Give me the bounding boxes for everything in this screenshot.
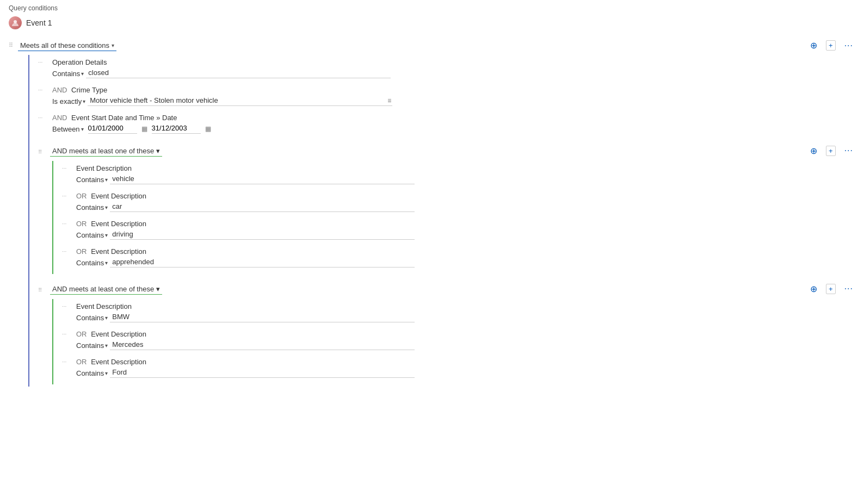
- add-group-btn[interactable]: +: [826, 40, 836, 51]
- value-text[interactable]: apprehended: [112, 258, 414, 266]
- operator-select[interactable]: Is exactly ▾: [52, 97, 85, 105]
- operator-select[interactable]: Contains ▾: [76, 369, 108, 377]
- condition-body: OR Event Description Contains ▾ Mercedes: [76, 330, 864, 353]
- value-container: Motor vehicle theft - Stolen motor vehic…: [88, 96, 392, 106]
- chevron-down-icon: ▾: [156, 147, 160, 155]
- field-label: Event Description: [76, 302, 864, 310]
- value-container: driving: [110, 230, 415, 240]
- field-label: OR Event Description: [76, 358, 864, 366]
- operator-select[interactable]: Contains ▾: [52, 70, 84, 78]
- condition-body: OR Event Description Contains ▾ car: [76, 192, 864, 215]
- value-text[interactable]: Ford: [112, 368, 414, 376]
- date-from-input[interactable]: [88, 124, 137, 134]
- nested-group-1: ⠿ AND meets at least one of these ▾ ⊕ + …: [38, 141, 864, 274]
- value-text[interactable]: car: [112, 202, 414, 210]
- nested-group-header: ⠿ AND meets at least one of these ▾ ⊕ + …: [38, 141, 864, 160]
- nested-group-header: ⠿ AND meets at least one of these ▾ ⊕ + …: [38, 279, 864, 298]
- chevron-down-icon: ▾: [105, 204, 108, 210]
- chevron-down-icon: ▾: [81, 126, 84, 132]
- nested2-more-btn[interactable]: ···: [842, 283, 855, 295]
- operator-select[interactable]: Contains ▾: [76, 231, 108, 239]
- operator-select[interactable]: Contains ▾: [76, 314, 108, 322]
- item-drag-handle[interactable]: ···: [62, 330, 72, 337]
- event-header: Event 1: [0, 14, 864, 34]
- top-drag-handle[interactable]: ⠿: [9, 42, 14, 49]
- calendar-to-icon[interactable]: ▦: [205, 125, 211, 133]
- date-to-input[interactable]: [152, 124, 201, 134]
- condition-body: Operation Details Contains ▾ closed: [52, 58, 864, 82]
- value-text[interactable]: vehicle: [112, 175, 414, 183]
- nested-add-group-btn[interactable]: +: [826, 146, 836, 156]
- field-row: Contains ▾ Mercedes: [76, 340, 864, 350]
- field-label: Event Description: [76, 164, 864, 172]
- value-container: Ford: [110, 368, 415, 378]
- item-drag-handle[interactable]: ···: [38, 86, 48, 93]
- operator-select[interactable]: Contains ▾: [76, 341, 108, 350]
- calendar-icon[interactable]: ▦: [141, 125, 147, 133]
- operator-select[interactable]: Between ▾: [52, 125, 84, 133]
- item-drag-handle[interactable]: ···: [38, 58, 48, 65]
- condition-item: ··· AND Crime Type Is exactly ▾ Motor ve…: [38, 83, 864, 110]
- field-row: Is exactly ▾ Motor vehicle theft - Stole…: [52, 96, 864, 106]
- value-container: vehicle: [110, 175, 415, 184]
- top-actions: ⊕ + ···: [808, 39, 855, 52]
- nested-more-btn[interactable]: ···: [842, 145, 855, 157]
- operator-select[interactable]: Contains ▾: [76, 176, 108, 184]
- prefix-text: OR: [76, 220, 87, 228]
- field-name: Event Description: [91, 220, 146, 228]
- chevron-down-icon: ▾: [105, 315, 108, 321]
- field-row: Contains ▾ car: [76, 202, 864, 212]
- prefix-text: AND: [52, 114, 67, 122]
- item-drag-handle[interactable]: ···: [62, 358, 72, 365]
- condition-item: ··· AND Event Start Date and Time » Date…: [38, 110, 864, 138]
- value-text[interactable]: closed: [88, 69, 390, 77]
- nested-add-condition-btn[interactable]: ⊕: [808, 145, 819, 157]
- top-condition-row: ⠿ Meets all of these conditions ▾ ⊕ + ··…: [0, 36, 864, 55]
- condition-body: AND Event Start Date and Time » Date Bet…: [52, 114, 864, 137]
- condition-body: AND Crime Type Is exactly ▾ Motor vehicl…: [52, 86, 864, 109]
- value-container: car: [110, 202, 415, 212]
- value-container: Mercedes: [110, 340, 415, 350]
- field-name: Event Description: [91, 330, 146, 338]
- nested-group2-label: AND meets at least one of these: [52, 285, 154, 293]
- operator-label: Between: [52, 125, 80, 133]
- operator-label: Contains: [52, 70, 80, 78]
- field-row: Contains ▾ closed: [52, 69, 864, 78]
- list-icon: ≡: [387, 97, 391, 104]
- value-container: apprehended: [110, 258, 415, 267]
- chevron-down-icon: ▾: [105, 260, 108, 266]
- operator-label: Contains: [76, 176, 104, 184]
- nested-actions2: ⊕ + ···: [808, 283, 864, 295]
- nested2-add-group-btn[interactable]: +: [826, 284, 836, 294]
- add-condition-btn[interactable]: ⊕: [808, 39, 819, 52]
- item-drag-handle[interactable]: ···: [62, 220, 72, 227]
- more-options-btn[interactable]: ···: [842, 40, 855, 52]
- operator-select[interactable]: Contains ▾: [76, 203, 108, 211]
- query-container: ⠿ Meets all of these conditions ▾ ⊕ + ··…: [0, 34, 864, 387]
- condition-body: OR Event Description Contains ▾ driving: [76, 220, 864, 243]
- group-drag-handle[interactable]: ⠿: [38, 286, 47, 293]
- value-text[interactable]: Motor vehicle theft - Stolen motor vehic…: [90, 96, 385, 104]
- group-drag-handle[interactable]: ⠿: [38, 148, 47, 155]
- condition-item: ··· OR Event Description Contains ▾: [62, 216, 864, 244]
- operator-label: Contains: [76, 259, 104, 267]
- item-drag-handle[interactable]: ···: [62, 247, 72, 254]
- meets-all-conditions-btn[interactable]: Meets all of these conditions ▾: [18, 40, 116, 51]
- condition-item: ··· OR Event Description Contains ▾: [62, 244, 864, 272]
- item-drag-handle[interactable]: ···: [62, 192, 72, 199]
- value-text[interactable]: BMW: [112, 313, 414, 321]
- operator-select[interactable]: Contains ▾: [76, 259, 108, 267]
- field-name: Event Start Date and Time » Date: [71, 114, 177, 122]
- item-drag-handle[interactable]: ···: [38, 114, 48, 121]
- field-label: OR Event Description: [76, 220, 864, 228]
- value-text[interactable]: driving: [112, 230, 414, 238]
- nested-group-btn[interactable]: AND meets at least one of these ▾: [50, 146, 162, 157]
- chevron-down-icon: ▾: [83, 98, 85, 104]
- value-text[interactable]: Mercedes: [112, 340, 414, 349]
- nested2-add-condition-btn[interactable]: ⊕: [808, 283, 819, 295]
- nested-group2-btn[interactable]: AND meets at least one of these ▾: [50, 284, 162, 295]
- item-drag-handle[interactable]: ···: [62, 164, 72, 171]
- item-drag-handle[interactable]: ···: [62, 302, 72, 309]
- condition-body: Event Description Contains ▾ BMW: [76, 302, 864, 326]
- chevron-down-icon: ▾: [105, 177, 108, 183]
